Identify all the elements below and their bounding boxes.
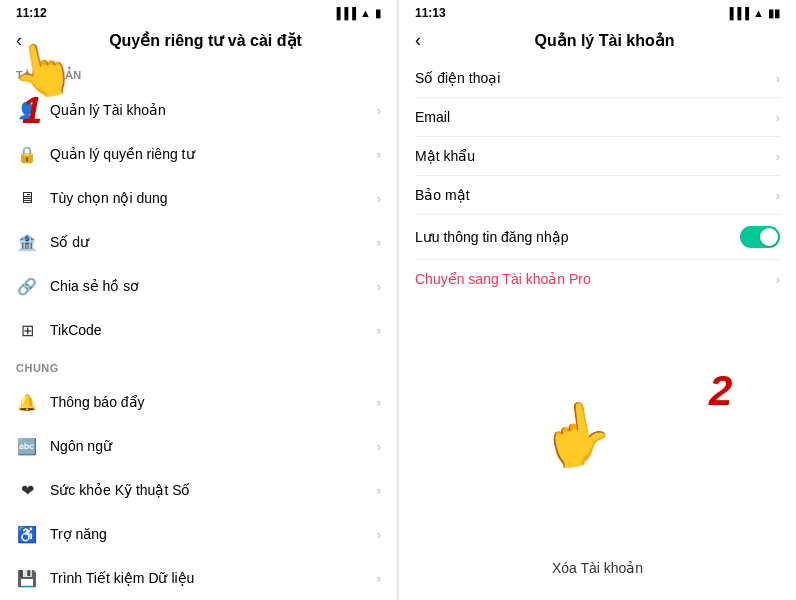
menu-item-data-saver[interactable]: 💾 Trình Tiết kiệm Dữ liệu › [0, 556, 397, 600]
tikcode-icon: ⊞ [16, 319, 38, 341]
menu-text-language: Ngôn ngữ [50, 438, 377, 454]
bell-icon: 🔔 [16, 391, 38, 413]
menu-item-language[interactable]: 🔤 Ngôn ngữ › [0, 424, 397, 468]
chevron-icon-4: › [377, 279, 381, 294]
menu-text-password: Mật khẩu [415, 148, 776, 164]
left-back-button[interactable]: ‹ [16, 30, 22, 51]
right-chevron-2: › [776, 149, 780, 164]
accessibility-icon: ♿ [16, 523, 38, 545]
share-icon: 🔗 [16, 275, 38, 297]
right-battery-icon: ▮▮ [768, 7, 780, 20]
data-saver-icon: 💾 [16, 567, 38, 589]
menu-text-privacy: Quản lý quyền riêng tư [50, 146, 377, 162]
right-wifi-icon: ▲ [753, 7, 764, 19]
left-time: 11:12 [16, 6, 47, 20]
menu-item-privacy[interactable]: 🔒 Quản lý quyền riêng tư › [0, 132, 397, 176]
left-phone-screen: 11:12 ▐▐▐ ▲ ▮ ‹ Quyền riêng tư và cài đặ… [0, 0, 398, 600]
chevron-icon-6: › [377, 395, 381, 410]
user-icon: 👤 [16, 99, 38, 121]
menu-text-manage-account: Quản lý Tài khoản [50, 102, 377, 118]
menu-item-tikcode[interactable]: ⊞ TikCode › [0, 308, 397, 352]
menu-text-share-profile: Chia sẻ hồ sơ [50, 278, 377, 294]
chevron-icon-1: › [377, 147, 381, 162]
right-page-header: ‹ Quản lý Tài khoản [399, 24, 796, 59]
right-phone-screen: 11:13 ▐▐▐ ▲ ▮▮ ‹ Quản lý Tài khoản Số đi… [398, 0, 796, 600]
right-chevron-3: › [776, 188, 780, 203]
balance-icon: 🏦 [16, 231, 38, 253]
menu-item-email[interactable]: Email › [399, 98, 796, 136]
menu-item-manage-account[interactable]: 👤 Quản lý Tài khoản › [0, 88, 397, 132]
menu-item-password[interactable]: Mật khẩu › [399, 137, 796, 175]
left-page-header: ‹ Quyền riêng tư và cài đặt [0, 24, 397, 59]
delete-account-button[interactable]: Xóa Tài khoản [399, 546, 796, 590]
right-time: 11:13 [415, 6, 446, 20]
right-status-bar: 11:13 ▐▐▐ ▲ ▮▮ [399, 0, 796, 24]
chevron-icon-9: › [377, 527, 381, 542]
chevron-icon-8: › [377, 483, 381, 498]
menu-item-accessibility[interactable]: ♿ Trợ năng › [0, 512, 397, 556]
menu-item-security[interactable]: Bảo mật › [399, 176, 796, 214]
left-page-title: Quyền riêng tư và cài đặt [30, 31, 381, 50]
right-status-icons: ▐▐▐ ▲ ▮▮ [726, 7, 780, 20]
health-icon: ❤ [16, 479, 38, 501]
menu-text-content: Tùy chọn nội dung [50, 190, 377, 206]
menu-text-digital-health: Sức khỏe Kỹ thuật Số [50, 482, 377, 498]
menu-item-phone[interactable]: Số điện thoại › [399, 59, 796, 97]
menu-text-notifications: Thông báo đẩy [50, 394, 377, 410]
chevron-icon-0: › [377, 103, 381, 118]
menu-text-tikcode: TikCode [50, 322, 377, 338]
menu-item-save-login[interactable]: Lưu thông tin đăng nhập [399, 215, 796, 259]
right-page-title: Quản lý Tài khoản [429, 31, 780, 50]
content-icon: 🖥 [16, 187, 38, 209]
menu-item-share-profile[interactable]: 🔗 Chia sẻ hồ sơ › [0, 264, 397, 308]
menu-text-balance: Số dư [50, 234, 377, 250]
section-label-account: TÀI KHOẢN [0, 59, 397, 88]
chevron-icon-2: › [377, 191, 381, 206]
chevron-icon-10: › [377, 571, 381, 586]
right-signal-icon: ▐▐▐ [726, 7, 749, 19]
right-chevron-0: › [776, 71, 780, 86]
right-back-button[interactable]: ‹ [415, 30, 421, 51]
menu-item-digital-health[interactable]: ❤ Sức khỏe Kỹ thuật Số › [0, 468, 397, 512]
menu-text-email: Email [415, 109, 776, 125]
battery-icon: ▮ [375, 7, 381, 20]
menu-item-notifications[interactable]: 🔔 Thông báo đẩy › [0, 380, 397, 424]
right-chevron-1: › [776, 110, 780, 125]
menu-text-phone: Số điện thoại [415, 70, 776, 86]
chevron-icon-5: › [377, 323, 381, 338]
menu-item-balance[interactable]: 🏦 Số dư › [0, 220, 397, 264]
left-status-bar: 11:12 ▐▐▐ ▲ ▮ [0, 0, 397, 24]
lock-icon: 🔒 [16, 143, 38, 165]
save-login-toggle[interactable] [740, 226, 780, 248]
left-status-icons: ▐▐▐ ▲ ▮ [333, 7, 381, 20]
menu-text-save-login: Lưu thông tin đăng nhập [415, 229, 740, 245]
chevron-icon-3: › [377, 235, 381, 250]
section-label-general: CHUNG [0, 352, 397, 380]
menu-text-data-saver: Trình Tiết kiệm Dữ liệu [50, 570, 377, 586]
right-chevron-5: › [776, 272, 780, 287]
menu-text-pro-account: Chuyển sang Tài khoản Pro [415, 271, 776, 287]
signal-icon: ▐▐▐ [333, 7, 356, 19]
chevron-icon-7: › [377, 439, 381, 454]
menu-text-accessibility: Trợ năng [50, 526, 377, 542]
wifi-icon: ▲ [360, 7, 371, 19]
menu-item-pro-account[interactable]: Chuyển sang Tài khoản Pro › [399, 260, 796, 298]
language-icon: 🔤 [16, 435, 38, 457]
menu-text-security: Bảo mật [415, 187, 776, 203]
menu-item-content[interactable]: 🖥 Tùy chọn nội dung › [0, 176, 397, 220]
